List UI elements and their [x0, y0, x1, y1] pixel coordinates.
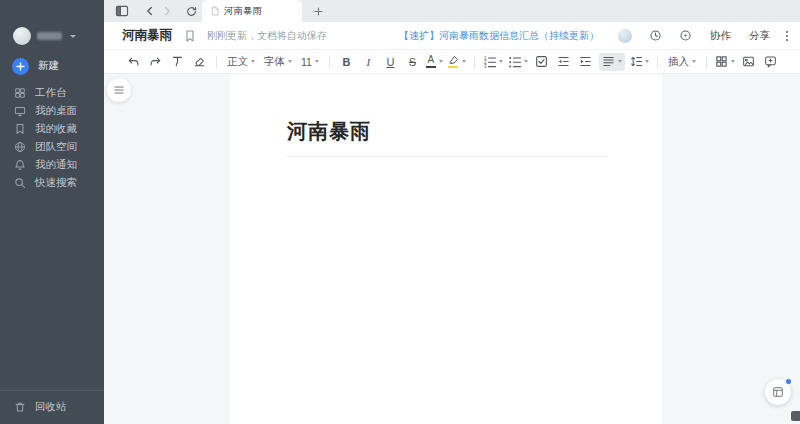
sidebar-item-label: 我的收藏 — [35, 122, 77, 136]
chevron-down-icon — [462, 60, 466, 63]
toolbar-divider — [657, 56, 658, 68]
sidebar-item-label: 回收站 — [35, 400, 67, 414]
formatting-toolbar: 正文 字体 11 B I U S A — [104, 50, 800, 74]
chevron-down-icon — [70, 35, 76, 38]
bookmark-icon[interactable] — [185, 30, 195, 42]
font-size-select[interactable]: 11 — [299, 56, 321, 68]
user-account[interactable] — [0, 0, 104, 45]
chevron-down-icon — [439, 60, 443, 63]
highlight-color-button[interactable] — [448, 53, 466, 71]
presentation-mode-icon[interactable] — [679, 29, 692, 42]
favorites-icon — [14, 123, 26, 135]
autosave-status: 刚刚更新，文档将自动保存 — [207, 29, 327, 43]
collaborate-button[interactable]: 协作 — [710, 29, 731, 43]
sidebar-divider — [0, 390, 104, 391]
bell-icon — [14, 159, 26, 171]
clear-format-icon[interactable] — [191, 53, 208, 71]
sidebar-item-favorites[interactable]: 我的收藏 — [0, 120, 104, 138]
sidebar: 新建 工作台 我的桌面 我的收藏 — [0, 0, 104, 424]
corner-feedback-tab[interactable] — [791, 411, 800, 421]
font-family-select[interactable]: 字体 — [262, 55, 294, 69]
insert-menu-button[interactable]: 插入 — [666, 55, 698, 69]
toolbar-divider — [706, 56, 707, 68]
bullet-list-button[interactable] — [508, 53, 528, 71]
refresh-button[interactable] — [183, 3, 199, 19]
new-doc-label: 新建 — [38, 59, 59, 73]
templates-button[interactable] — [765, 379, 791, 405]
sidebar-item-label: 快速搜索 — [35, 176, 77, 190]
toolbar-divider — [474, 56, 475, 68]
new-tab-button[interactable] — [311, 4, 325, 18]
sidebar-item-label: 我的桌面 — [35, 104, 77, 118]
highlight-color-swatch — [448, 66, 458, 68]
toolbar-divider — [329, 56, 330, 68]
new-doc-button[interactable]: 新建 — [0, 45, 104, 75]
ordered-list-button[interactable]: 123 — [483, 53, 503, 71]
more-vertical-icon[interactable] — [786, 31, 788, 41]
toolbar-divider — [216, 56, 217, 68]
history-icon[interactable] — [649, 29, 662, 42]
format-painter-icon[interactable] — [169, 53, 186, 71]
sidebar-item-quick-search[interactable]: 快速搜索 — [0, 174, 104, 192]
doc-header-title: 河南暴雨 — [122, 27, 172, 44]
chevron-down-icon — [524, 60, 528, 63]
font-color-swatch — [426, 66, 436, 68]
line-spacing-button[interactable] — [630, 53, 649, 71]
indent-button[interactable] — [577, 53, 594, 71]
sidebar-item-desktop[interactable]: 我的桌面 — [0, 102, 104, 120]
title-divider — [287, 156, 607, 157]
undo-button[interactable] — [125, 53, 142, 71]
document-icon — [211, 6, 219, 16]
chevron-down-icon — [499, 60, 503, 63]
share-button[interactable]: 分享 — [749, 29, 770, 43]
sidebar-item-notifications[interactable]: 我的通知 — [0, 156, 104, 174]
paragraph-style-select[interactable]: 正文 — [225, 55, 257, 69]
notification-badge — [786, 379, 791, 384]
chevron-down-icon — [645, 60, 649, 63]
nav-back-button[interactable] — [142, 3, 158, 19]
document-area: 河南暴雨 — [104, 74, 800, 424]
chevron-down-icon — [692, 60, 696, 63]
workbench-icon — [14, 87, 26, 99]
align-button[interactable] — [599, 53, 625, 71]
user-avatar — [13, 27, 31, 45]
underline-button[interactable]: U — [382, 53, 399, 71]
tab-title: 河南暴雨 — [224, 5, 262, 18]
doc-header-actions: 【速扩】河南暴雨数据信息汇总（持续更新） 协作 分享 — [399, 29, 788, 43]
document-title[interactable]: 河南暴雨 — [287, 118, 605, 145]
search-icon — [14, 177, 26, 189]
team-space-icon — [14, 141, 26, 153]
desktop-icon — [14, 105, 26, 117]
checklist-button[interactable] — [533, 53, 550, 71]
related-doc-link[interactable]: 【速扩】河南暴雨数据信息汇总（持续更新） — [399, 29, 599, 43]
trash-icon — [14, 401, 26, 413]
chevron-down-icon — [251, 60, 255, 63]
sidebar-nav: 工作台 我的桌面 我的收藏 团队空间 — [0, 84, 104, 192]
chevron-down-icon — [288, 60, 292, 63]
nav-forward-button[interactable] — [159, 3, 175, 19]
font-color-button[interactable]: A — [426, 53, 443, 71]
bold-button[interactable]: B — [338, 53, 355, 71]
sidebar-item-team-space[interactable]: 团队空间 — [0, 138, 104, 156]
tab-active[interactable]: 河南暴雨 — [202, 0, 302, 22]
app-window: 新建 工作台 我的桌面 我的收藏 — [0, 0, 800, 424]
main-area: 河南暴雨 河南暴雨 刚刚更新，文档将自动保存 【速扩】河南暴雨数据信息汇总（持续… — [104, 0, 800, 424]
sidebar-toggle-button[interactable] — [114, 3, 130, 19]
sidebar-item-trash[interactable]: 回收站 — [0, 398, 104, 416]
user-name — [37, 32, 62, 40]
redo-button[interactable] — [147, 53, 164, 71]
strikethrough-button[interactable]: S — [404, 53, 421, 71]
document-page[interactable]: 河南暴雨 — [230, 74, 662, 424]
sidebar-item-workbench[interactable]: 工作台 — [0, 84, 104, 102]
outdent-button[interactable] — [555, 53, 572, 71]
insert-image-button[interactable] — [740, 53, 757, 71]
sidebar-item-label: 工作台 — [35, 86, 67, 100]
insert-table-button[interactable] — [715, 53, 735, 71]
plus-icon — [12, 58, 29, 75]
italic-button[interactable]: I — [360, 53, 377, 71]
outline-toggle-button[interactable] — [107, 78, 131, 102]
svg-text:3: 3 — [484, 64, 487, 68]
collaborator-avatar[interactable] — [618, 29, 632, 43]
insert-comment-button[interactable] — [762, 53, 779, 71]
chevron-down-icon — [315, 60, 319, 63]
